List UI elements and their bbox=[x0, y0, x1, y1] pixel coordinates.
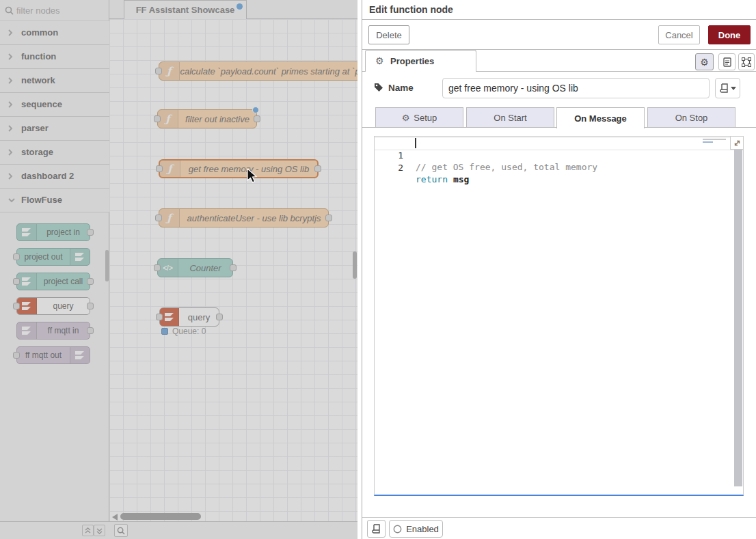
collapse-down-icon bbox=[96, 527, 103, 534]
cancel-button[interactable]: Cancel bbox=[658, 25, 700, 44]
node-changed-dot bbox=[252, 107, 259, 113]
library-button[interactable] bbox=[715, 78, 740, 98]
text-cursor bbox=[415, 138, 416, 148]
node-calculate-primes[interactable]: ƒ calculate `payload.count` primes start… bbox=[159, 61, 357, 81]
input-port[interactable] bbox=[13, 253, 20, 260]
code-line-1[interactable]: 1 // get OS free, used, total memory bbox=[375, 138, 743, 150]
output-port[interactable] bbox=[230, 264, 237, 271]
palette-node-project-call[interactable]: project call bbox=[16, 273, 90, 290]
node-counter[interactable]: </> Counter bbox=[157, 258, 233, 277]
flow-modified-dot bbox=[237, 3, 243, 10]
palette-category-parser[interactable]: parser bbox=[0, 117, 109, 141]
divider bbox=[362, 517, 756, 518]
horizontal-scrollbar[interactable] bbox=[120, 513, 201, 520]
palette-category-storage[interactable]: storage bbox=[0, 141, 109, 165]
input-port[interactable] bbox=[154, 115, 161, 122]
description-view-button[interactable] bbox=[718, 53, 735, 70]
input-port[interactable] bbox=[154, 264, 161, 271]
palette-search[interactable]: filter nodes bbox=[0, 0, 109, 21]
workspace-region: filter nodes common function network seq… bbox=[0, 0, 357, 539]
palette-category-sequence[interactable]: sequence bbox=[0, 93, 109, 117]
minimap-line bbox=[703, 139, 726, 140]
workspace-tab-bar: FF Assistant Showcase bbox=[109, 0, 357, 19]
function-icon: ƒ bbox=[159, 209, 180, 227]
appearance-view-button[interactable] bbox=[738, 53, 755, 70]
palette-sidebar: filter nodes common function network seq… bbox=[0, 0, 109, 539]
scroll-left-icon[interactable] bbox=[112, 514, 118, 521]
tab-on-start[interactable]: On Start bbox=[466, 107, 554, 128]
enabled-toggle-button[interactable]: Enabled bbox=[389, 520, 443, 538]
palette-category-network[interactable]: network bbox=[0, 69, 109, 93]
name-input[interactable] bbox=[442, 78, 710, 98]
output-port[interactable] bbox=[87, 327, 94, 334]
node-status-text: Queue: 0 bbox=[172, 327, 206, 336]
palette-node-ff-mqtt-out[interactable]: ff mqtt out bbox=[16, 346, 90, 364]
tab-on-stop[interactable]: On Stop bbox=[647, 107, 735, 128]
output-port[interactable] bbox=[87, 278, 94, 285]
input-port[interactable] bbox=[156, 165, 163, 172]
flow-tab[interactable]: FF Assistant Showcase bbox=[124, 0, 247, 19]
palette-expand-button[interactable] bbox=[94, 525, 105, 536]
input-port[interactable] bbox=[156, 314, 163, 320]
chevron-down-icon bbox=[8, 197, 16, 203]
magnifier-icon bbox=[117, 527, 125, 535]
output-port[interactable] bbox=[314, 165, 321, 172]
output-port[interactable] bbox=[254, 115, 260, 122]
palette-category-flowfuse[interactable]: FlowFuse bbox=[0, 189, 109, 212]
editor-scrollbar[interactable] bbox=[734, 150, 742, 486]
palette-category-function[interactable]: function bbox=[0, 45, 109, 69]
vertical-scrollbar[interactable] bbox=[353, 251, 357, 279]
tray-resize-handle[interactable] bbox=[357, 0, 362, 539]
properties-view-button[interactable]: ⚙ bbox=[695, 53, 714, 70]
input-port[interactable] bbox=[13, 352, 20, 359]
expand-editor-button[interactable] bbox=[730, 137, 743, 150]
node-query[interactable]: query bbox=[159, 307, 219, 327]
expand-icon bbox=[733, 139, 741, 147]
output-port[interactable] bbox=[325, 215, 332, 221]
node-status-dot bbox=[161, 328, 168, 335]
function-icon: ƒ bbox=[160, 161, 180, 177]
mqtt-icon bbox=[17, 322, 37, 339]
chevron-right-icon bbox=[8, 172, 13, 180]
palette-category-dashboard-2[interactable]: dashboard 2 bbox=[0, 165, 109, 189]
node-filter-out-inactive[interactable]: ƒ filter out inactive bbox=[157, 109, 257, 128]
palette-category-common[interactable]: common bbox=[0, 21, 109, 45]
chevron-right-icon bbox=[8, 124, 13, 133]
node-get-free-memory[interactable]: ƒ get free memory - using OS lib bbox=[159, 159, 319, 178]
gear-icon: ⚙ bbox=[700, 57, 709, 68]
output-port[interactable] bbox=[216, 314, 223, 320]
node-authenticate-user[interactable]: ƒ authenticateUser - use lib bcryptjs bbox=[159, 208, 329, 227]
done-button[interactable]: Done bbox=[708, 25, 751, 44]
zoom-search-button[interactable] bbox=[114, 524, 128, 537]
tab-setup[interactable]: ⚙Setup bbox=[375, 107, 463, 128]
palette-scrollbar[interactable] bbox=[105, 250, 109, 281]
library-export-button[interactable] bbox=[367, 520, 386, 538]
palette-node-project-in[interactable]: project in bbox=[16, 223, 90, 241]
palette-node-ff-mqtt-in[interactable]: ff mqtt in bbox=[16, 322, 90, 340]
book-icon bbox=[720, 83, 729, 93]
caret-down-icon bbox=[731, 87, 736, 90]
collapse-up-icon bbox=[85, 527, 91, 534]
output-port[interactable] bbox=[87, 303, 94, 309]
tab-properties[interactable]: ⚙ Properties bbox=[365, 50, 476, 72]
palette-collapse-button[interactable] bbox=[82, 525, 94, 536]
input-port[interactable] bbox=[13, 303, 20, 309]
palette-search-placeholder: filter nodes bbox=[16, 5, 60, 16]
input-port[interactable] bbox=[155, 215, 162, 221]
delete-button[interactable]: Delete bbox=[368, 25, 409, 44]
input-port[interactable] bbox=[155, 68, 162, 74]
document-icon bbox=[723, 57, 731, 67]
code-editor[interactable]: 1 // get OS free, used, total memory 2 r… bbox=[374, 136, 744, 496]
function-icon: ƒ bbox=[158, 110, 178, 128]
flowfuse-query-icon bbox=[17, 298, 37, 314]
tab-on-message[interactable]: On Message bbox=[556, 107, 645, 128]
palette-node-project-out[interactable]: project out bbox=[16, 248, 90, 266]
function-icon: ƒ bbox=[159, 62, 180, 80]
output-port[interactable] bbox=[87, 229, 94, 236]
code-line-2[interactable]: 2 returnmsg bbox=[375, 150, 743, 162]
appearance-icon bbox=[742, 57, 751, 67]
input-port[interactable] bbox=[13, 278, 20, 285]
gear-icon: ⚙ bbox=[375, 55, 384, 66]
flowfuse-icon bbox=[17, 273, 37, 290]
palette-node-query[interactable]: query bbox=[16, 297, 90, 315]
